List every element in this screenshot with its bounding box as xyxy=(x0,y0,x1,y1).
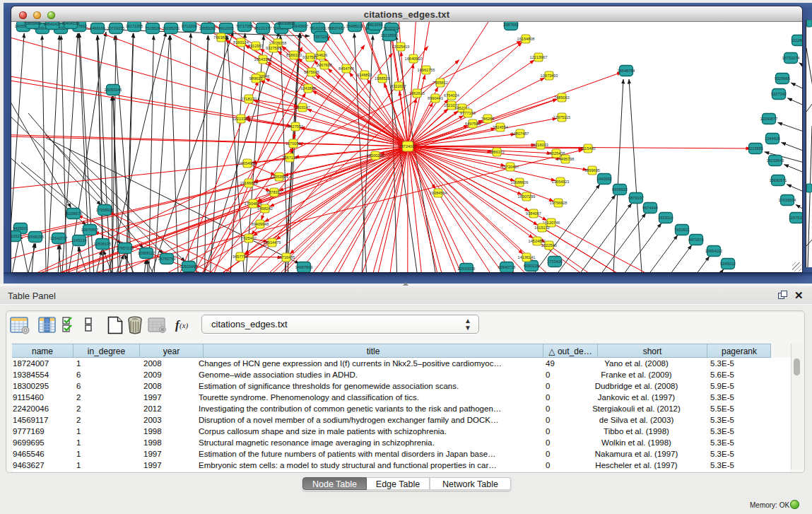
svg-text:6216033: 6216033 xyxy=(533,143,548,147)
svg-text:2367608: 2367608 xyxy=(317,63,332,67)
svg-text:7632621: 7632621 xyxy=(674,228,690,232)
svg-text:13654923: 13654923 xyxy=(552,180,570,184)
svg-text:3267110: 3267110 xyxy=(282,156,297,160)
svg-text:12923468: 12923468 xyxy=(180,264,198,269)
svg-text:17016504: 17016504 xyxy=(779,198,796,202)
svg-text:10654112: 10654112 xyxy=(705,249,722,253)
svg-text:19155201: 19155201 xyxy=(163,26,180,30)
svg-text:7515526: 7515526 xyxy=(145,26,160,30)
svg-text:746266: 746266 xyxy=(481,117,495,121)
svg-text:1615132: 1615132 xyxy=(534,226,550,230)
svg-text:19166825: 19166825 xyxy=(240,181,258,185)
svg-text:10719155: 10719155 xyxy=(107,26,125,30)
svg-text:85131377: 85131377 xyxy=(254,26,272,30)
svg-text:18307299: 18307299 xyxy=(518,194,536,199)
svg-text:12213967: 12213967 xyxy=(530,55,548,59)
svg-text:12213383: 12213383 xyxy=(233,117,250,121)
svg-text:88837457: 88837457 xyxy=(328,26,346,30)
svg-text:6090228: 6090228 xyxy=(524,264,539,268)
svg-text:2803147: 2803147 xyxy=(295,105,310,110)
svg-text:6794024: 6794024 xyxy=(444,93,459,98)
svg-text:10654985: 10654985 xyxy=(239,161,257,165)
svg-text:19756928: 19756928 xyxy=(550,201,567,205)
svg-text:12975115: 12975115 xyxy=(553,115,570,119)
svg-text:8712204: 8712204 xyxy=(182,24,197,28)
svg-text:7357224: 7357224 xyxy=(313,35,329,39)
svg-text:10807487: 10807487 xyxy=(512,132,529,136)
svg-text:69940718: 69940718 xyxy=(498,265,516,269)
svg-text:17359928: 17359928 xyxy=(96,208,114,212)
svg-text:154626: 154626 xyxy=(314,53,328,57)
svg-text:10975857: 10975857 xyxy=(81,228,99,232)
svg-text:1145134: 1145134 xyxy=(71,238,86,243)
svg-text:8471676: 8471676 xyxy=(688,238,704,242)
svg-text:9242848: 9242848 xyxy=(300,86,316,90)
svg-text:13325419: 13325419 xyxy=(392,45,410,49)
svg-text:6879197: 6879197 xyxy=(628,196,644,200)
svg-text:2087682: 2087682 xyxy=(503,23,519,27)
svg-text:11568296: 11568296 xyxy=(27,235,44,239)
svg-text:15692971: 15692971 xyxy=(770,178,787,182)
svg-text:9227342: 9227342 xyxy=(771,92,787,96)
svg-text:2522540: 2522540 xyxy=(541,243,557,247)
svg-text:7625402: 7625402 xyxy=(241,236,257,240)
svg-text:6466160: 6466160 xyxy=(90,26,105,30)
svg-text:14136141: 14136141 xyxy=(518,255,536,259)
svg-text:92404159: 92404159 xyxy=(62,22,80,25)
svg-text:16782759: 16782759 xyxy=(158,257,176,261)
svg-text:1170052: 1170052 xyxy=(286,141,300,146)
svg-text:16648784: 16648784 xyxy=(618,69,635,73)
svg-text:7663822: 7663822 xyxy=(213,35,229,40)
svg-text:73855860: 73855860 xyxy=(24,22,42,25)
svg-text:1112845: 1112845 xyxy=(792,38,802,42)
svg-text:7886372: 7886372 xyxy=(489,150,505,154)
svg-text:9115460: 9115460 xyxy=(580,146,595,151)
svg-text:3824554: 3824554 xyxy=(493,125,508,129)
svg-text:26206576: 26206576 xyxy=(65,211,83,216)
svg-text:19218506: 19218506 xyxy=(381,33,399,37)
svg-text:8938923: 8938923 xyxy=(612,187,628,192)
svg-text:8186323: 8186323 xyxy=(286,53,302,57)
svg-text:1244415: 1244415 xyxy=(765,136,780,141)
svg-text:1588520: 1588520 xyxy=(375,76,390,81)
svg-text:9327503: 9327503 xyxy=(266,46,281,50)
svg-text:12093877: 12093877 xyxy=(760,117,778,121)
svg-text:1362615: 1362615 xyxy=(409,91,425,95)
svg-text:12505135: 12505135 xyxy=(94,242,112,246)
svg-text:9674444: 9674444 xyxy=(642,206,658,210)
svg-text:16543362: 16543362 xyxy=(254,57,272,62)
svg-text:17957225: 17957225 xyxy=(117,246,134,250)
svg-text:16914479: 16914479 xyxy=(264,240,281,245)
svg-text:8322037: 8322037 xyxy=(391,84,406,88)
svg-text:8912957: 8912957 xyxy=(248,44,264,48)
svg-text:2718170: 2718170 xyxy=(241,97,257,101)
svg-text:9912005: 9912005 xyxy=(218,26,234,30)
svg-text:18724007: 18724007 xyxy=(399,144,417,148)
svg-text:3911527: 3911527 xyxy=(11,234,22,238)
svg-text:12942737: 12942737 xyxy=(50,236,68,240)
svg-text:10553267: 10553267 xyxy=(199,26,217,30)
svg-text:9146821: 9146821 xyxy=(357,73,372,77)
svg-text:20053346: 20053346 xyxy=(105,88,122,92)
svg-text:19384554: 19384554 xyxy=(430,191,447,195)
svg-text:8813054: 8813054 xyxy=(367,23,383,27)
svg-text:94541427: 94541427 xyxy=(44,22,61,26)
svg-text:8990443: 8990443 xyxy=(428,96,443,100)
svg-text:9777169: 9777169 xyxy=(460,111,476,115)
svg-text:10958117: 10958117 xyxy=(138,251,155,255)
svg-text:9657791: 9657791 xyxy=(233,255,248,259)
svg-text:78161301: 78161301 xyxy=(310,26,327,30)
svg-text:10973493: 10973493 xyxy=(541,74,558,78)
svg-text:1440952: 1440952 xyxy=(596,177,612,181)
svg-text:7485063: 7485063 xyxy=(554,95,570,100)
svg-text:18300295: 18300295 xyxy=(367,153,384,158)
svg-text:8215955: 8215955 xyxy=(748,146,763,151)
svg-text:17004678: 17004678 xyxy=(245,201,262,206)
svg-text:15716485: 15716485 xyxy=(278,255,295,259)
svg-text:14495798: 14495798 xyxy=(557,157,575,161)
svg-text:10688609: 10688609 xyxy=(511,180,529,185)
svg-text:16640910: 16640910 xyxy=(405,57,423,61)
svg-text:34987809: 34987809 xyxy=(295,265,313,269)
svg-text:12353594: 12353594 xyxy=(271,175,288,179)
svg-text:1167533: 1167533 xyxy=(789,216,802,220)
